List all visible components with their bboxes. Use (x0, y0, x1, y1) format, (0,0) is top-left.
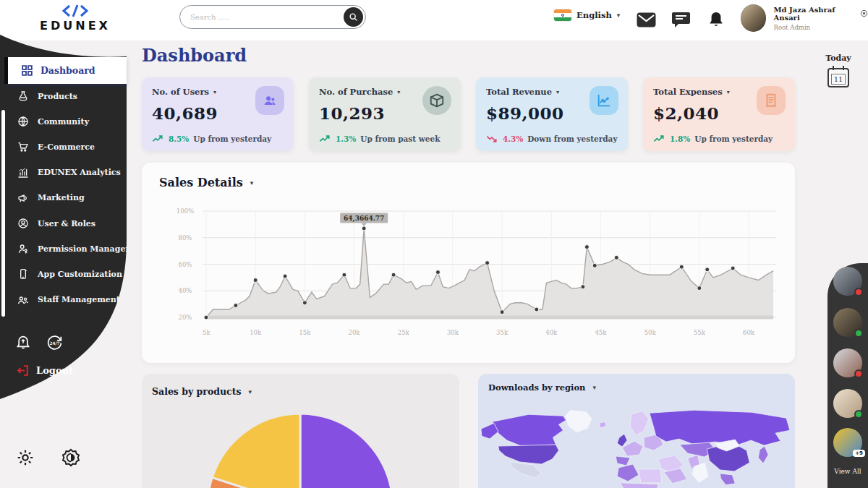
sales-details-title[interactable]: Sales Details ▾ (159, 176, 253, 189)
world-map[interactable] (478, 395, 795, 488)
sidebar-scrollbar[interactable] (1, 110, 5, 317)
search-button[interactable] (344, 7, 363, 27)
svg-text:15k: 15k (299, 329, 311, 336)
user-circle-icon (17, 218, 29, 229)
sidebar-item-label: Dashboard (41, 65, 95, 76)
language-label: English (576, 10, 612, 20)
svg-text:60k: 60k (743, 329, 755, 336)
logout-button[interactable]: Logout (16, 364, 73, 377)
logout-label: Logout (36, 365, 73, 376)
team-avatar[interactable] (833, 308, 862, 337)
sidebar-item-label: E-Commerce (38, 142, 95, 152)
caret-down-icon: ▾ (727, 88, 730, 95)
stat-trend: 8.5% Up from yesterday (152, 134, 271, 143)
status-busy-dot (854, 369, 863, 378)
chevron-down-icon: ▾ (617, 12, 621, 19)
team-avatar[interactable] (833, 267, 862, 296)
svg-text:64,3664.77: 64,3664.77 (344, 215, 384, 223)
support-button[interactable]: 24/7 (46, 335, 63, 351)
today-widget[interactable]: Today 11 (816, 53, 861, 87)
caret-down-icon: ▾ (397, 88, 400, 95)
stat-delta: 8.5% (169, 134, 189, 143)
grid-icon (21, 64, 33, 77)
trend-up-icon (152, 134, 164, 143)
sidebar-item-e-commerce[interactable]: E-Commerce (0, 136, 127, 158)
users-group-icon (255, 86, 284, 115)
team-avatar[interactable] (833, 389, 862, 418)
sidebar-item-label: App Customization (38, 270, 122, 279)
svg-text:55k: 55k (694, 329, 706, 336)
india-flag-icon (554, 9, 571, 21)
sales-area-chart[interactable]: 100%80%60%40%20%5k10k15k20k25k30k35k40k4… (156, 205, 780, 353)
sidebar-item-label: Marketing (38, 193, 85, 202)
contrast-icon (61, 448, 80, 467)
sales-details-title-text: Sales Details (159, 176, 243, 189)
more-avatars-badge: +9 (853, 450, 865, 457)
cart-icon (17, 141, 29, 153)
trend-up-icon (653, 134, 665, 143)
support-24-7-icon: 24/7 (46, 335, 63, 351)
pie-slice-purple (300, 414, 393, 488)
products-icon (17, 90, 29, 102)
stat-delta: 1.8% (670, 134, 690, 143)
notifications-button[interactable] (705, 9, 727, 30)
calendar-icon: 11 (827, 68, 849, 87)
stat-card-no-of-users: No. of Users ▾ 40,689 8.5% Up from yeste… (142, 77, 294, 151)
calendar-date: 11 (831, 74, 846, 85)
search-icon (349, 12, 358, 22)
sidebar-item-dashboard[interactable]: Dashboard (4, 57, 127, 84)
svg-text:100%: 100% (176, 207, 194, 215)
svg-text:80%: 80% (179, 234, 192, 241)
team-avatar[interactable]: +9 (833, 428, 862, 457)
stat-label: No. of Users (152, 87, 209, 97)
sidebar-item-staff-management[interactable]: Staff Management (0, 289, 127, 311)
svg-text:20%: 20% (179, 314, 192, 321)
sidebar-item-app-customization[interactable]: App Customization (0, 263, 127, 285)
stat-delta-text: Up from yesterday (193, 134, 271, 143)
language-selector[interactable]: English ▾ (554, 9, 620, 21)
megaphone-icon (17, 192, 29, 204)
svg-text:35k: 35k (496, 329, 509, 336)
caret-down-icon: ▾ (592, 384, 596, 391)
status-busy-dot (854, 288, 863, 296)
sidebar-item-community[interactable]: Community (0, 111, 127, 132)
sidebar-item-edunex-analytics[interactable]: EDUNEX Analytics (0, 162, 127, 184)
stat-delta-text: Down from yesterday (527, 134, 617, 143)
mail-button[interactable] (635, 9, 657, 30)
settings-button[interactable] (16, 448, 35, 467)
globe-icon (17, 116, 29, 127)
team-avatar[interactable] (833, 348, 862, 377)
view-all-link[interactable]: View All (827, 468, 868, 475)
svg-text:50k: 50k (644, 329, 657, 336)
downloads-by-region-title[interactable]: Downloads by region ▾ (488, 382, 596, 393)
page-title: Dashboard (142, 45, 247, 66)
stat-label: Total Expenses (653, 87, 723, 97)
chat-button[interactable] (670, 9, 692, 30)
package-icon (422, 86, 451, 115)
gear-icon (16, 448, 35, 467)
caret-down-icon: ▾ (213, 88, 216, 95)
today-label: Today (816, 53, 861, 63)
theme-toggle-button[interactable] (61, 448, 80, 467)
sidebar-notification-button[interactable] (16, 335, 30, 351)
user-menu[interactable]: Md Jaza Ashraf Ansari Root Admin (741, 4, 868, 32)
sidebar-item-user-roles[interactable]: User & Roles (0, 213, 127, 234)
svg-text:60%: 60% (179, 261, 192, 268)
phone-icon (17, 268, 29, 280)
analytics-icon (17, 167, 29, 179)
sidebar-item-permission-manager[interactable]: Permission Manager (0, 238, 127, 260)
sidebar-item-products[interactable]: Products (0, 85, 127, 107)
sidebar-item-marketing[interactable]: Marketing (0, 187, 127, 209)
stat-delta: 1.3% (336, 134, 356, 143)
downloads-by-region-title-text: Downloads by region (488, 382, 585, 393)
stat-card-no-of-purchase: No. of Purchase ▾ 10,293 1.3% Up from pa… (309, 77, 461, 151)
sales-pie-chart[interactable] (142, 374, 459, 488)
user-key-icon (17, 243, 29, 254)
users-icon (17, 294, 29, 306)
logout-icon (16, 364, 30, 377)
user-name: Md Jaza Ashraf Ansari (773, 6, 857, 22)
bell-icon (708, 11, 724, 28)
caret-down-icon: ▾ (556, 88, 559, 95)
search-input[interactable] (180, 13, 344, 21)
svg-text:25k: 25k (398, 329, 410, 336)
